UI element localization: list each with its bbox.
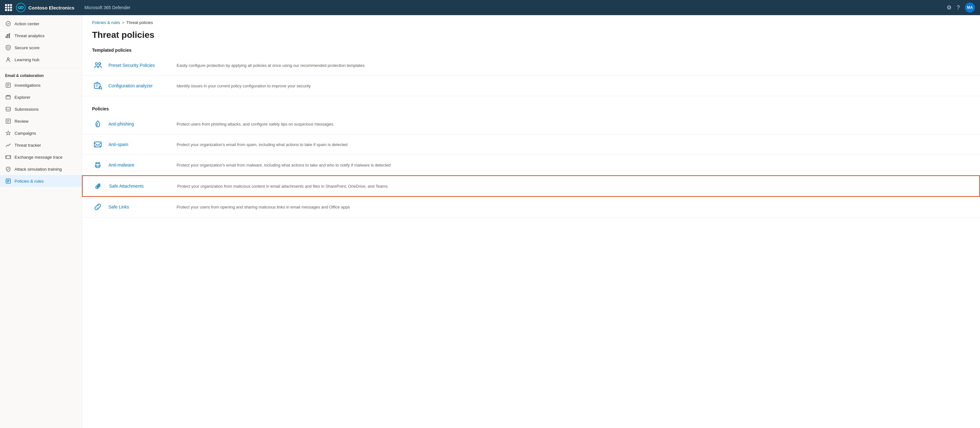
sidebar-label-threat-tracker: Threat tracker	[14, 143, 41, 148]
sidebar-item-secure-score[interactable]: Secure score	[0, 41, 82, 54]
safe-attachments-name[interactable]: Safe Attachments	[109, 183, 172, 189]
org-name: Contoso Electronics	[29, 5, 75, 10]
sidebar-label-action-center: Action center	[14, 21, 40, 26]
sidebar-item-threat-analytics[interactable]: Threat analytics	[0, 30, 82, 41]
preset-security-desc: Easily configure protection by applying …	[177, 63, 970, 68]
preset-security-icon	[92, 60, 103, 71]
policy-row-anti-phishing[interactable]: Anti-phishing Protect users from phishin…	[82, 114, 980, 134]
policy-row-safe-attachments[interactable]: Safe Attachments Protect your organizati…	[82, 175, 980, 197]
svg-rect-13	[8, 95, 10, 96]
investigations-icon	[5, 82, 11, 88]
anti-phishing-icon	[92, 118, 103, 130]
safe-attachments-icon	[93, 180, 104, 192]
threat-analytics-icon	[5, 32, 11, 39]
sidebar-item-policies-rules[interactable]: Policies & rules	[0, 175, 82, 187]
svg-rect-14	[6, 107, 10, 111]
brand-logo: Contoso Electronics	[16, 3, 75, 13]
config-analyzer-icon	[92, 80, 103, 91]
sidebar-item-explorer[interactable]: Explorer	[0, 91, 82, 103]
svg-point-6	[7, 58, 9, 60]
secure-score-icon	[5, 45, 11, 51]
sidebar-label-investigations: Investigations	[14, 83, 41, 88]
svg-rect-12	[7, 95, 8, 96]
app-grid-icon[interactable]	[5, 4, 12, 11]
sidebar-label-learning-hub: Learning hub	[14, 57, 40, 62]
exchange-icon	[5, 154, 11, 160]
policy-row-anti-spam[interactable]: Anti-spam Protect your organization's em…	[82, 134, 980, 155]
anti-malware-name[interactable]: Anti-malware	[108, 162, 172, 167]
svg-point-21	[95, 63, 98, 65]
breadcrumb-current: Threat policies	[126, 20, 153, 25]
sidebar-item-threat-tracker[interactable]: Threat tracker	[0, 139, 82, 151]
anti-spam-name[interactable]: Anti-spam	[108, 142, 172, 147]
top-navigation: Contoso Electronics Microsoft 365 Defend…	[0, 0, 980, 15]
sidebar-divider	[0, 67, 82, 68]
breadcrumb: Policies & rules > Threat policies	[82, 15, 980, 25]
contoso-logo	[16, 3, 26, 13]
safe-links-icon	[92, 201, 103, 213]
svg-line-27	[101, 89, 102, 89]
svg-rect-3	[7, 35, 8, 38]
campaigns-icon	[5, 130, 11, 136]
sidebar-label-attack-simulation: Attack simulation training	[14, 167, 62, 172]
sidebar-label-secure-score: Secure score	[14, 45, 40, 50]
threat-tracker-icon	[5, 142, 11, 148]
app-name: Microsoft 365 Defender	[84, 5, 130, 10]
sidebar-item-campaigns[interactable]: Campaigns	[0, 127, 82, 139]
svg-point-34	[96, 165, 97, 167]
policies-section-title: Policies	[82, 101, 980, 114]
learning-hub-icon	[5, 56, 11, 63]
avatar[interactable]: MA	[965, 3, 975, 13]
sidebar-item-submissions[interactable]: Submissions	[0, 103, 82, 115]
sidebar-item-learning-hub[interactable]: Learning hub	[0, 54, 82, 65]
email-collab-section: Email & collaboration	[0, 70, 82, 79]
anti-phishing-name[interactable]: Anti-phishing	[108, 121, 172, 126]
svg-rect-11	[6, 95, 10, 99]
safe-links-desc: Protect your users from opening and shar…	[177, 205, 970, 209]
attack-sim-icon	[5, 166, 11, 172]
svg-point-35	[99, 165, 100, 167]
policy-row-safe-links[interactable]: Safe Links Protect your users from openi…	[82, 197, 980, 217]
policy-row-config-analyzer[interactable]: Configuration analyzer Identify issues i…	[82, 76, 980, 96]
sidebar-label-campaigns: Campaigns	[14, 131, 36, 135]
sidebar-label-explorer: Explorer	[14, 95, 30, 100]
sidebar-item-attack-simulation[interactable]: Attack simulation training	[0, 163, 82, 175]
sidebar-label-exchange-message-trace: Exchange message trace	[14, 155, 62, 159]
page-title: Threat policies	[82, 25, 980, 43]
sidebar-label-policies-rules: Policies & rules	[14, 179, 43, 183]
policy-row-preset-security[interactable]: Preset Security Policies Easily configur…	[82, 55, 980, 76]
svg-rect-2	[6, 36, 6, 38]
sidebar-item-exchange-message-trace[interactable]: Exchange message trace	[0, 151, 82, 163]
safe-links-name[interactable]: Safe Links	[108, 204, 172, 209]
policies-icon	[5, 178, 11, 184]
anti-malware-desc: Protect your organization's email from m…	[177, 163, 970, 167]
config-analyzer-desc: Identify issues in your current policy c…	[177, 84, 970, 88]
sidebar-label-review: Review	[14, 119, 29, 124]
help-icon[interactable]: ?	[957, 5, 960, 11]
explorer-icon	[5, 94, 11, 100]
anti-spam-desc: Protect your organization's email from s…	[177, 142, 970, 147]
config-analyzer-name[interactable]: Configuration analyzer	[108, 83, 172, 88]
sidebar-item-review[interactable]: Review	[0, 115, 82, 127]
svg-point-5	[7, 47, 9, 49]
safe-attachments-desc: Protect your organization from malicious…	[177, 184, 969, 189]
main-content: Policies & rules > Threat policies Threa…	[82, 15, 980, 428]
preset-security-name[interactable]: Preset Security Policies	[108, 63, 172, 68]
breadcrumb-parent[interactable]: Policies & rules	[92, 20, 120, 25]
review-icon	[5, 118, 11, 124]
templated-policies-section-title: Templated policies	[82, 43, 980, 55]
anti-phishing-desc: Protect users from phishing attacks, and…	[177, 122, 970, 126]
anti-malware-icon	[92, 159, 103, 171]
sidebar-label-threat-analytics: Threat analytics	[14, 33, 45, 38]
svg-point-28	[97, 126, 98, 126]
sidebar-item-action-center[interactable]: Action center	[0, 18, 82, 30]
breadcrumb-separator: >	[122, 20, 124, 25]
sidebar-label-submissions: Submissions	[14, 107, 39, 111]
action-center-icon	[5, 21, 11, 27]
sidebar-item-investigations[interactable]: Investigations	[0, 79, 82, 91]
policy-row-anti-malware[interactable]: Anti-malware Protect your organization's…	[82, 155, 980, 175]
submissions-icon	[5, 106, 11, 112]
anti-spam-icon	[92, 139, 103, 150]
settings-icon[interactable]: ⚙	[947, 4, 951, 11]
sidebar: Action center Threat analytics Secur	[0, 15, 82, 428]
